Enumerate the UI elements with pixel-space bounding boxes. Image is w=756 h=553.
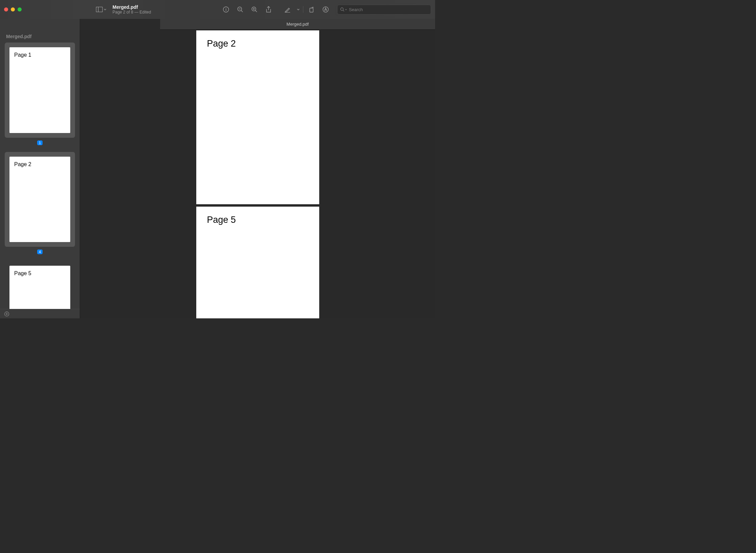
- info-button[interactable]: [219, 4, 233, 15]
- thumbnail-list[interactable]: Page 1 1 Page 2 4 Page 5: [0, 43, 80, 309]
- thumbnail-page-number: 4: [37, 249, 43, 254]
- toolbar: [219, 4, 332, 15]
- sidebar-icon: [96, 7, 103, 12]
- search-icon: [340, 7, 345, 12]
- window-controls: [4, 7, 22, 11]
- svg-rect-0: [96, 7, 103, 12]
- chevron-down-icon: [104, 8, 106, 10]
- search-box[interactable]: [337, 5, 431, 15]
- svg-line-16: [343, 10, 344, 11]
- thumbnail-page: Page 2: [9, 157, 70, 242]
- markup-button[interactable]: [319, 4, 332, 15]
- document-title: Merged.pdf: [112, 4, 151, 10]
- markup-icon: [323, 6, 329, 12]
- search-input[interactable]: [349, 7, 428, 12]
- document-page: Page 2: [196, 30, 319, 204]
- sidebar: Merged.pdf Page 1 1 Page 2 4 Page 5: [0, 19, 80, 318]
- maximize-window-button[interactable]: [18, 7, 22, 11]
- tab-title: Merged.pdf: [286, 22, 309, 27]
- thumbnail-item[interactable]: Page 1 1: [5, 43, 75, 145]
- zoom-out-button[interactable]: [233, 4, 247, 15]
- zoom-in-icon: [251, 6, 257, 12]
- highlight-icon: [284, 6, 291, 12]
- thumbnail-item[interactable]: Page 5: [5, 261, 75, 309]
- highlight-button[interactable]: [281, 4, 294, 15]
- thumbnail-page-number: 1: [37, 140, 43, 145]
- svg-rect-13: [310, 8, 313, 12]
- highlight-menu-button[interactable]: [295, 4, 302, 15]
- thumbnail-page: Page 1: [9, 47, 70, 133]
- rotate-button[interactable]: [305, 4, 318, 15]
- document-view[interactable]: Page 2 Page 5: [80, 30, 435, 318]
- zoom-in-button[interactable]: [248, 4, 261, 15]
- sidebar-toggle-button[interactable]: [96, 7, 106, 12]
- chevron-down-icon: [297, 8, 300, 10]
- toolbar-divider: [303, 6, 303, 13]
- sidebar-document-name: Merged.pdf: [0, 19, 80, 43]
- close-window-button[interactable]: [4, 7, 8, 11]
- info-icon: [223, 6, 229, 12]
- svg-line-6: [241, 10, 243, 12]
- svg-line-9: [255, 10, 257, 12]
- rotate-icon: [308, 6, 314, 12]
- document-page: Page 5: [196, 207, 319, 318]
- add-icon[interactable]: [4, 311, 9, 317]
- document-subtitle: Page 2 of 8 — Edited: [112, 10, 151, 15]
- share-icon: [266, 6, 271, 13]
- svg-point-15: [341, 8, 343, 10]
- zoom-out-icon: [237, 6, 243, 12]
- title-block: Merged.pdf Page 2 of 8 — Edited: [112, 4, 151, 15]
- share-button[interactable]: [262, 4, 275, 15]
- chevron-down-icon: [345, 9, 347, 10]
- svg-point-3: [226, 8, 226, 9]
- minimize-window-button[interactable]: [11, 7, 15, 11]
- thumbnail-item[interactable]: Page 2 4: [5, 152, 75, 255]
- thumbnail-page: Page 5: [9, 266, 70, 309]
- tab-bar[interactable]: Merged.pdf: [160, 19, 435, 30]
- titlebar[interactable]: Merged.pdf Page 2 of 8 — Edited: [0, 0, 435, 19]
- sidebar-footer: [0, 309, 80, 318]
